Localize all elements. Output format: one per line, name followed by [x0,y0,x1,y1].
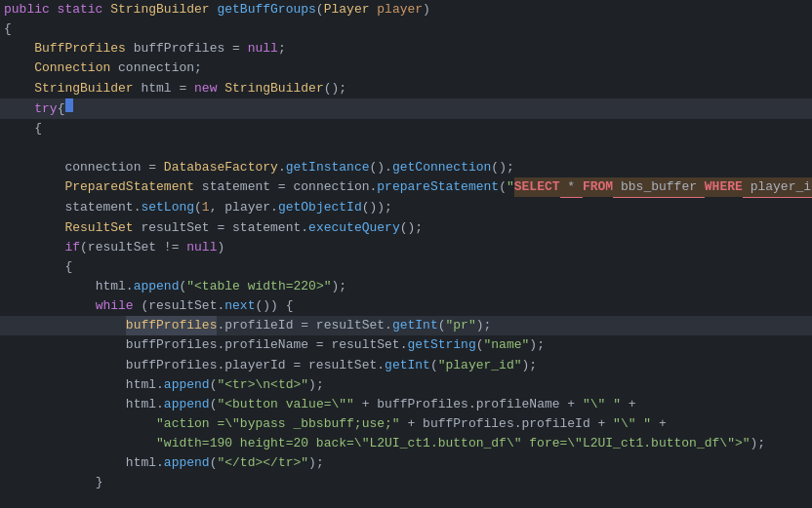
string: "<button value=\"" [217,395,353,414]
indent [4,198,64,217]
indent [4,453,126,473]
keyword: public [4,0,58,20]
plain-text: ) [423,0,430,20]
code-line: Connection connection; [0,59,812,78]
code-line: html.append("<button value=\"" + buffPro… [0,395,812,414]
plain-text: + [621,395,636,414]
method-call: getInstance [286,158,370,177]
indent [4,79,34,98]
indent [4,356,126,375]
code-line: StringBuilder html = new StringBuilder()… [0,79,812,98]
string: "\" " [583,395,621,414]
plain-text: html. [126,453,164,473]
method-call: append [164,375,210,395]
indent [4,119,34,138]
string: "\" " [613,414,651,434]
plain-text: .profileId = resultSet. [217,316,391,335]
plain-text: ); [476,316,492,335]
code-line: PreparedStatement statement = connection… [0,177,812,198]
code-line: buffProfiles.profileName = resultSet.get… [0,335,812,355]
indent [4,375,126,395]
method-call: getObjectId [278,198,362,217]
plain-text: ( [438,316,446,335]
type: DatabaseFactory [164,158,278,177]
plain-text: } [96,473,103,492]
code-line: try{ [0,98,812,119]
code-line: "action =\"bypass _bbsbuff;use;" + buffP… [0,414,812,434]
param: player [377,0,423,20]
indent [4,473,96,492]
sql-keyword: SELECT [514,177,560,197]
plain-text: ); [332,277,347,296]
plain-text: resultSet = statement. [141,218,308,238]
plain-text: ) [217,238,224,257]
indent [4,59,34,78]
plain-text: (resultSet != [80,238,186,257]
method-name: getBuffGroups [217,0,315,20]
plain-text: html. [126,395,164,414]
code-line: ResultSet resultSet = statement.executeQ… [0,218,812,238]
method-call: setLong [141,198,194,217]
method-call: append [164,395,210,414]
indent [4,177,64,197]
plain-text: ()); [362,198,392,217]
code-line: { [0,257,812,277]
plain-text: ( [430,356,438,375]
plain-text: connection = [64,158,163,177]
method-call: getInt [392,316,438,335]
code-line: public static StringBuilder getBuffGroup… [0,0,812,20]
code-line: while (resultSet.next()) { [0,296,812,316]
plain-text: html. [96,277,134,296]
string: "player_id" [438,356,522,375]
string: "<table width=220>" [186,277,331,296]
method-call: append [164,453,210,473]
code-line: statement.setLong(1, player.getObjectId(… [0,198,812,217]
keyword: while [96,296,142,316]
plain-text: ); [529,335,545,355]
plain-text: (); [491,158,513,177]
plain-text: ( [316,0,324,20]
keyword: static [58,0,111,20]
plain-text: + [651,414,667,434]
plain-text: (). [370,158,392,177]
code-line: html.append("</td></tr>"); [0,453,812,473]
plain-text: ( [179,277,186,296]
keyword: null [248,39,278,59]
plain-text: + buffProfiles.profileId + [400,414,613,434]
indent [4,158,64,177]
plain-text: { [58,99,65,119]
code-line [0,493,812,508]
method-call: getString [407,335,475,355]
indent [4,414,156,434]
plain-text: ( [210,453,218,473]
type: StringBuilder [34,79,141,98]
plain-text: ( [499,177,507,197]
method-call: executeQuery [308,218,400,238]
keyword: null [186,238,217,257]
method-call: getInt [385,356,430,375]
sql-keyword: FROM [583,177,613,197]
plain-text: buffProfiles = [134,39,248,59]
plain-text: { [34,119,42,138]
method-call: append [134,277,180,296]
plain-text: connection; [118,59,202,78]
type: Player [324,0,378,20]
indent [4,296,96,316]
plain-text: (resultSet. [141,296,224,316]
code-line: "width=190 height=20 back=\"L2UI_ct1.but… [0,434,812,453]
code-line [0,138,812,158]
method-call: next [224,296,255,316]
code-line: { [0,20,812,39]
type: StringBuilder [224,79,323,98]
highlighted-text: buffProfiles [126,316,218,335]
type: StringBuilder [110,0,217,20]
type: BuffProfiles [34,39,133,59]
sql-text: * [560,177,583,198]
type: Connection [34,59,118,78]
code-editor: public static StringBuilder getBuffGroup… [0,0,812,508]
keyword: new [194,79,224,98]
indent [4,277,96,296]
plain-text: html. [126,375,164,395]
string: "<tr>\n<td>" [217,375,308,395]
indent [4,218,64,238]
